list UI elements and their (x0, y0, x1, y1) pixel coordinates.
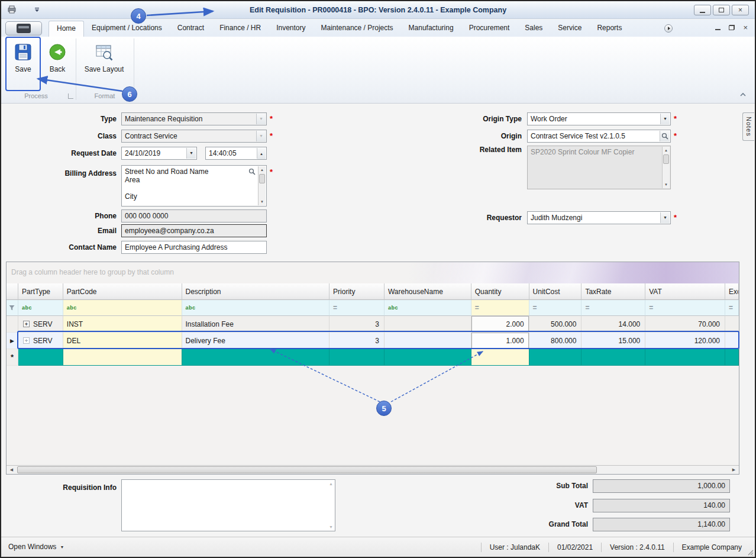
origin-type-field[interactable]: Work Order ▼ (527, 112, 671, 125)
contact-name-field[interactable]: Employee A Purchasing Address (121, 241, 267, 254)
cell-unitcost[interactable]: 500.000 (529, 316, 582, 333)
cell-unitcost[interactable]: 800.000 (529, 333, 582, 349)
cell-priority[interactable]: 3 (329, 316, 385, 333)
group-by-panel[interactable]: Drag a column header here to group by th… (7, 262, 739, 283)
scroll-up-icon[interactable]: ▲ (663, 147, 670, 154)
cell-warehousename[interactable] (385, 349, 471, 366)
scroll-down-icon[interactable]: ▼ (329, 525, 333, 529)
column-header-vat[interactable]: VAT (645, 283, 725, 300)
type-field[interactable]: Maintenance Requisition ▼ (121, 112, 267, 125)
column-header-quantity[interactable]: Quantity (471, 283, 529, 300)
filter-cell-parttype[interactable]: abc (18, 300, 63, 316)
process-dialog-launcher-icon[interactable] (68, 93, 73, 99)
requisition-info-field[interactable]: ▲ ▼ (121, 479, 335, 531)
cell-parttype[interactable] (18, 349, 63, 366)
filter-cell-vat[interactable]: = (645, 300, 725, 316)
scroll-left-icon[interactable]: ◀ (7, 466, 17, 474)
close-button[interactable]: × (732, 5, 749, 15)
doc-minimize-button[interactable] (715, 25, 721, 30)
email-field[interactable]: employeea@company.co.za (121, 224, 267, 237)
tab-manufacturing[interactable]: Manufacturing (401, 20, 461, 37)
tab-service[interactable]: Service (550, 20, 589, 37)
request-date-dropdown-button[interactable]: ▼ (186, 148, 196, 159)
requestor-field[interactable]: Judith Mudzengi ▼ (527, 211, 671, 224)
tab-inventory[interactable]: Inventory (269, 20, 313, 37)
expand-icon[interactable]: + (23, 337, 30, 344)
tab-contract[interactable]: Contract (170, 20, 212, 37)
cell-vat[interactable]: 70.000 (645, 316, 725, 333)
doc-close-button[interactable]: × (743, 24, 748, 31)
cell-quantity[interactable]: 2.000 (471, 316, 529, 333)
cell-priority[interactable]: 3 (329, 333, 385, 349)
tab-equipment-locations[interactable]: Equipment / Locations (84, 20, 170, 37)
scrollbar-thumb[interactable] (17, 466, 597, 473)
cell-partcode[interactable] (63, 349, 182, 366)
billing-address-field[interactable]: Street No and Road Name Area City ▲ ▼ (121, 165, 267, 207)
column-header-priority[interactable]: Priority (329, 283, 385, 300)
column-header-warehousename[interactable]: WarehouseName (385, 283, 471, 300)
new-row[interactable]: * (7, 349, 739, 366)
tab-scroll-button[interactable] (664, 24, 673, 33)
requestor-dropdown-button[interactable]: ▼ (660, 212, 670, 223)
cell-taxrate[interactable]: 15.000 (581, 333, 645, 349)
scroll-up-icon[interactable]: ▲ (329, 482, 333, 486)
class-dropdown-button[interactable]: ▼ (256, 131, 266, 141)
related-item-scrollbar[interactable]: ▲ ▼ (662, 147, 670, 188)
column-header-partcode[interactable]: PartCode (63, 283, 182, 300)
cell-vat[interactable] (645, 349, 725, 366)
filter-cell-quantity[interactable]: = (471, 300, 529, 316)
tab-reports[interactable]: Reports (589, 20, 629, 37)
spinner-up-button[interactable]: ▲ (257, 148, 266, 160)
origin-type-dropdown-button[interactable]: ▼ (660, 114, 670, 124)
cell-exc[interactable] (725, 316, 739, 333)
scroll-up-icon[interactable]: ▲ (259, 166, 266, 173)
cell-partcode[interactable]: INST (63, 316, 182, 333)
expand-icon[interactable]: + (23, 321, 30, 327)
tab-finance-hr[interactable]: Finance / HR (212, 20, 269, 37)
cell-warehousename[interactable] (385, 316, 471, 333)
minimize-button[interactable] (694, 5, 711, 15)
request-time-field[interactable]: 14:40:05 ▲ ▼ (205, 147, 267, 160)
filter-cell-description[interactable]: abc (182, 300, 330, 316)
cell-exc[interactable] (725, 333, 739, 349)
column-header-unitcost[interactable]: UnitCost (529, 283, 582, 300)
cell-vat[interactable]: 120.000 (645, 333, 725, 349)
back-button[interactable]: Back (43, 39, 72, 89)
tab-maintenance-projects[interactable]: Maintenance / Projects (314, 20, 401, 37)
scroll-down-icon[interactable]: ▼ (259, 198, 266, 205)
type-dropdown-button[interactable]: ▼ (256, 114, 266, 124)
table-row-selected[interactable]: ▶ +SERV DEL Delivery Fee 3 1.000 800.000… (7, 333, 739, 349)
cell-taxrate[interactable]: 14.000 (581, 316, 645, 333)
cell-taxrate[interactable] (581, 349, 645, 366)
cell-exc[interactable] (725, 349, 739, 366)
application-menu-button[interactable] (5, 21, 42, 36)
filter-cell-warehousename[interactable]: abc (385, 300, 471, 316)
billing-address-scrollbar[interactable]: ▲ ▼ (258, 166, 266, 205)
cell-parttype[interactable]: +SERV (18, 316, 63, 333)
scrollbar-thumb[interactable] (259, 174, 265, 183)
filter-cell-taxrate[interactable]: = (581, 300, 645, 316)
request-date-field[interactable]: 24/10/2019 ▼ (121, 147, 197, 160)
cell-partcode[interactable]: DEL (63, 333, 182, 349)
resize-grip-icon[interactable] (746, 548, 754, 556)
doc-restore-button[interactable] (729, 25, 735, 30)
tab-home[interactable]: Home (49, 21, 84, 37)
save-layout-button[interactable]: Save Layout (78, 39, 130, 89)
column-header-taxrate[interactable]: TaxRate (581, 283, 645, 300)
notes-side-tab[interactable]: Notes (742, 112, 754, 141)
filter-cell-unitcost[interactable]: = (529, 300, 582, 316)
cell-description[interactable]: Delivery Fee (182, 333, 330, 349)
column-header-description[interactable]: Description (182, 283, 330, 300)
cell-quantity[interactable]: 1.000 (471, 333, 529, 349)
cell-unitcost[interactable] (529, 349, 582, 366)
maximize-button[interactable] (713, 5, 730, 15)
origin-field[interactable]: Contract Service Test v2.1.0.5 (527, 130, 671, 143)
cell-warehousename[interactable] (385, 333, 471, 349)
cell-parttype[interactable]: +SERV (18, 333, 63, 349)
open-windows-button[interactable]: Open Windows ▼ (8, 537, 64, 557)
filter-cell-exc[interactable]: = (725, 300, 739, 316)
cell-description[interactable]: Installation Fee (182, 316, 330, 333)
column-header-parttype[interactable]: PartType (18, 283, 63, 300)
table-row[interactable]: +SERV INST Installation Fee 3 2.000 500.… (7, 316, 739, 333)
scroll-right-icon[interactable]: ▶ (729, 466, 739, 474)
